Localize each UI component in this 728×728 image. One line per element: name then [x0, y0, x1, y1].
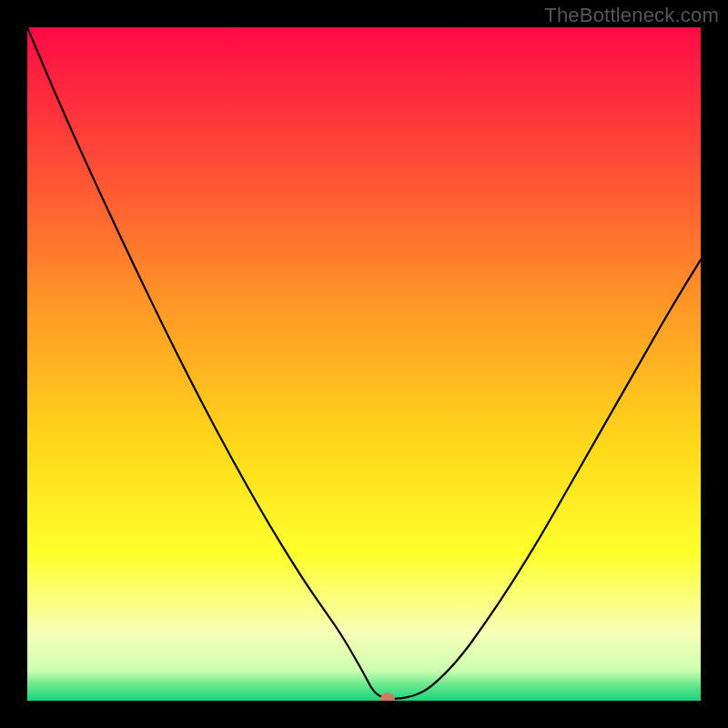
chart-frame: TheBottleneck.com	[0, 0, 728, 728]
gradient-background	[27, 27, 701, 701]
chart-svg	[27, 27, 701, 701]
plot-area	[27, 27, 701, 701]
watermark-text: TheBottleneck.com	[544, 4, 719, 27]
